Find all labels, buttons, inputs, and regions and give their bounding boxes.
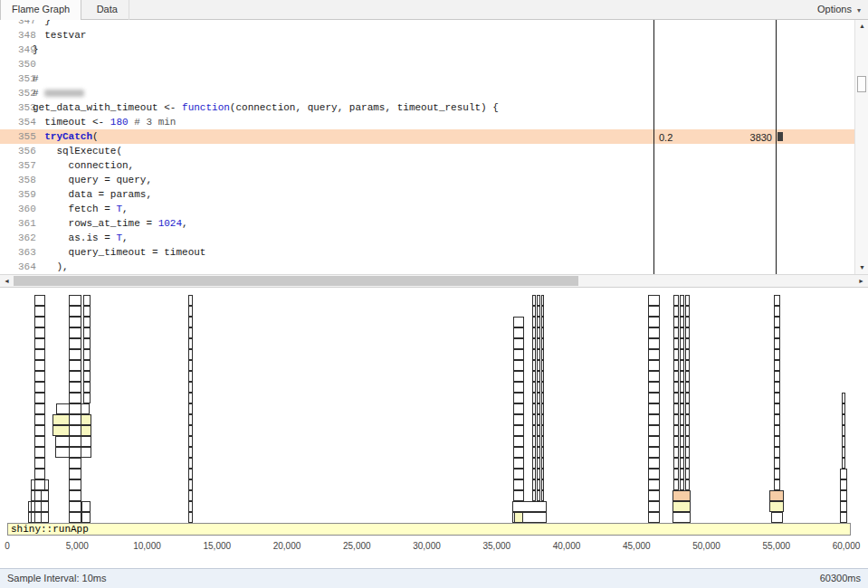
flame-frame[interactable]	[673, 371, 679, 382]
flame-frame[interactable]	[648, 338, 660, 349]
flame-frame[interactable]	[680, 295, 684, 306]
flame-frame[interactable]	[83, 382, 91, 393]
flame-frame[interactable]	[532, 317, 536, 327]
flame-frame[interactable]	[673, 469, 679, 479]
flame-frame[interactable]	[685, 447, 690, 458]
flame-frame[interactable]	[648, 403, 660, 414]
flame-frame[interactable]	[685, 479, 690, 490]
flame-frame[interactable]	[685, 436, 690, 447]
flame-frame[interactable]	[541, 490, 545, 501]
flame-frame[interactable]	[680, 458, 684, 469]
flame-frame[interactable]	[188, 295, 193, 306]
flame-frame[interactable]	[842, 403, 845, 414]
flame-frame[interactable]	[41, 490, 49, 501]
flame-frame[interactable]	[541, 327, 545, 338]
flame-frame[interactable]	[537, 436, 540, 447]
flame-frame[interactable]	[680, 306, 684, 317]
flame-frame[interactable]	[769, 501, 784, 512]
flame-frame[interactable]	[774, 436, 780, 447]
code-line-358[interactable]: 358 query = query,	[0, 173, 854, 187]
scroll-right-arrow-icon[interactable]: ►	[854, 275, 868, 287]
flame-frame[interactable]	[513, 371, 524, 382]
flame-frame[interactable]	[513, 338, 524, 349]
flame-frame[interactable]	[685, 382, 690, 393]
flame-frame[interactable]	[685, 317, 690, 327]
flame-frame[interactable]	[537, 306, 540, 317]
flame-frame[interactable]	[685, 338, 690, 349]
flame-frame[interactable]	[685, 360, 690, 371]
code-line-348[interactable]: 348 testvar	[0, 28, 854, 43]
flame-frame[interactable]	[34, 393, 45, 403]
flame-frame[interactable]	[34, 458, 45, 469]
flame-frame[interactable]	[513, 382, 524, 393]
flame-frame[interactable]	[648, 393, 660, 403]
flame-frame[interactable]	[648, 501, 660, 512]
flame-frame[interactable]	[512, 501, 548, 512]
options-menu[interactable]: Options ▾	[817, 0, 861, 20]
flame-frame[interactable]	[532, 393, 536, 403]
flame-frame[interactable]	[648, 479, 660, 490]
flame-frame[interactable]	[541, 414, 545, 425]
flame-frame[interactable]	[188, 306, 193, 317]
flame-frame[interactable]	[648, 327, 660, 338]
flame-frame[interactable]	[83, 327, 91, 338]
code-line-354[interactable]: 354 timeout <- 180 # 3 min	[0, 115, 854, 129]
flame-frame[interactable]	[69, 338, 81, 349]
flame-frame[interactable]	[680, 338, 684, 349]
flame-frame[interactable]	[774, 479, 780, 490]
flame-frame[interactable]	[541, 479, 545, 490]
flame-frame[interactable]	[537, 360, 540, 371]
flame-frame[interactable]	[673, 317, 679, 327]
flame-frame[interactable]	[774, 360, 780, 371]
code-line-349[interactable]: 349}	[0, 43, 854, 57]
flame-frame[interactable]	[673, 393, 679, 403]
flame-frame[interactable]	[41, 501, 49, 512]
flame-frame[interactable]	[680, 327, 684, 338]
flame-frame[interactable]	[69, 393, 81, 403]
flame-frame[interactable]	[541, 447, 545, 458]
flame-frame[interactable]	[648, 458, 660, 469]
flame-frame[interactable]	[513, 469, 524, 479]
flame-frame[interactable]	[840, 490, 847, 501]
flame-frame[interactable]	[840, 469, 847, 479]
flame-frame[interactable]	[648, 425, 660, 436]
flame-frame[interactable]	[69, 295, 81, 306]
flame-frame[interactable]	[537, 349, 540, 360]
flame-frame[interactable]	[774, 317, 780, 327]
flame-frame[interactable]	[513, 327, 524, 338]
flame-frame[interactable]	[537, 295, 540, 306]
flame-frame[interactable]	[34, 349, 45, 360]
flame-frame[interactable]	[680, 317, 684, 327]
flame-frame[interactable]	[685, 306, 690, 317]
scroll-left-arrow-icon[interactable]: ◄	[0, 275, 14, 287]
code-line-351[interactable]: 351#	[0, 71, 854, 86]
flame-frame[interactable]	[188, 447, 193, 458]
flame-frame[interactable]	[680, 414, 684, 425]
scroll-up-arrow-icon[interactable]: ▲	[855, 20, 868, 33]
flame-frame[interactable]	[672, 501, 691, 512]
tab-flame-graph[interactable]: Flame Graph	[0, 0, 81, 20]
flame-frame[interactable]	[532, 360, 536, 371]
flame-frame[interactable]	[69, 306, 81, 317]
flame-frame[interactable]	[188, 479, 193, 490]
flame-frame[interactable]	[840, 512, 847, 523]
flame-frame[interactable]	[685, 327, 690, 338]
flame-frame[interactable]	[513, 403, 524, 414]
flame-frame[interactable]	[69, 360, 81, 371]
flame-frame[interactable]	[648, 414, 660, 425]
code-line-359[interactable]: 359 data = params,	[0, 187, 854, 202]
flame-frame[interactable]	[680, 479, 684, 490]
flame-frame[interactable]	[537, 393, 540, 403]
flame-frame[interactable]	[537, 469, 540, 479]
flame-frame[interactable]	[648, 447, 660, 458]
flame-frame[interactable]	[673, 403, 679, 414]
flame-frame[interactable]	[648, 306, 660, 317]
flame-frame[interactable]	[541, 393, 545, 403]
flame-frame[interactable]	[774, 447, 780, 458]
flame-frame[interactable]	[83, 338, 91, 349]
flame-frame[interactable]	[842, 414, 845, 425]
flame-frame[interactable]	[541, 371, 545, 382]
flame-frame[interactable]	[774, 414, 780, 425]
flame-frame[interactable]	[840, 479, 847, 490]
flame-frame[interactable]	[34, 425, 45, 436]
